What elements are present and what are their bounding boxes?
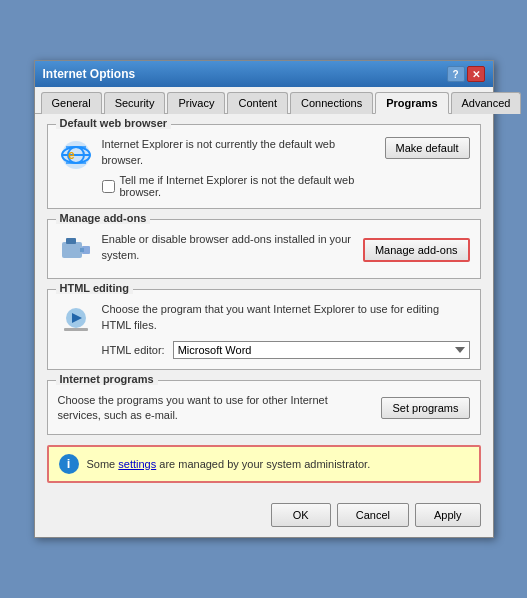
manage-addons-title: Manage add-ons	[56, 212, 151, 224]
info-text-before: Some	[87, 458, 119, 470]
tab-content[interactable]: Content	[227, 92, 288, 114]
title-controls: ? ✕	[447, 66, 485, 82]
settings-link[interactable]: settings	[118, 458, 156, 470]
ie-browser-icon: e	[58, 137, 94, 173]
help-button[interactable]: ?	[447, 66, 465, 82]
addons-icon	[58, 232, 94, 268]
svg-rect-13	[64, 328, 88, 331]
default-browser-title: Default web browser	[56, 117, 172, 129]
default-browser-text-area: Internet Explorer is not currently the d…	[102, 137, 377, 198]
info-icon: i	[59, 454, 79, 474]
svg-rect-7	[62, 242, 82, 258]
svg-text:e: e	[68, 148, 75, 162]
title-bar: Internet Options ? ✕	[35, 61, 493, 87]
cancel-button[interactable]: Cancel	[337, 503, 409, 527]
tab-content-area: Default web browser e Internet Explorer …	[35, 114, 493, 498]
internet-programs-title: Internet programs	[56, 373, 158, 385]
default-browser-checkbox[interactable]	[102, 180, 115, 193]
default-browser-section: Default web browser e Internet Explorer …	[47, 124, 481, 209]
tab-connections[interactable]: Connections	[290, 92, 373, 114]
tab-privacy[interactable]: Privacy	[167, 92, 225, 114]
tab-programs[interactable]: Programs	[375, 92, 448, 114]
manage-addons-inner: Enable or disable browser add-ons instal…	[58, 232, 470, 268]
set-programs-button[interactable]: Set programs	[381, 397, 469, 419]
tab-advanced[interactable]: Advanced	[451, 92, 522, 114]
default-browser-inner: e Internet Explorer is not currently the…	[58, 137, 470, 198]
html-editing-content: Choose the program that you want Interne…	[102, 302, 470, 359]
apply-button[interactable]: Apply	[415, 503, 481, 527]
bottom-buttons: OK Cancel Apply	[35, 499, 493, 537]
default-browser-checkbox-row: Tell me if Internet Explorer is not the …	[102, 174, 377, 198]
internet-options-dialog: Internet Options ? ✕ General Security Pr…	[34, 60, 494, 537]
close-button[interactable]: ✕	[467, 66, 485, 82]
manage-addons-section: Manage add-ons Enable or disable browser…	[47, 219, 481, 279]
tab-general[interactable]: General	[41, 92, 102, 114]
info-text-after: are managed by your system administrator…	[156, 458, 370, 470]
info-text: Some settings are managed by your system…	[87, 458, 371, 470]
internet-programs-section: Internet programs Choose the programs yo…	[47, 380, 481, 435]
html-editor-select[interactable]: Microsoft Word Notepad	[173, 341, 470, 359]
ok-button[interactable]: OK	[271, 503, 331, 527]
window-title: Internet Options	[43, 67, 136, 81]
default-browser-text: Internet Explorer is not currently the d…	[102, 137, 377, 168]
manage-addons-text: Enable or disable browser add-ons instal…	[102, 232, 355, 263]
tabs-bar: General Security Privacy Content Connect…	[35, 87, 493, 114]
svg-rect-10	[80, 248, 84, 252]
internet-programs-text: Choose the programs you want to use for …	[58, 393, 374, 424]
html-editor-label: HTML editor:	[102, 344, 165, 356]
html-editing-text: Choose the program that you want Interne…	[102, 302, 470, 333]
html-editing-title: HTML editing	[56, 282, 133, 294]
info-bar: i Some settings are managed by your syst…	[47, 445, 481, 483]
html-editing-section: HTML editing Choose the program that you…	[47, 289, 481, 370]
make-default-button[interactable]: Make default	[385, 137, 470, 159]
internet-programs-inner: Choose the programs you want to use for …	[58, 393, 470, 424]
tab-security[interactable]: Security	[104, 92, 166, 114]
manage-addons-button[interactable]: Manage add-ons	[363, 238, 470, 262]
html-editor-icon	[58, 302, 94, 338]
default-browser-checkbox-label: Tell me if Internet Explorer is not the …	[120, 174, 377, 198]
html-editing-inner: Choose the program that you want Interne…	[58, 302, 470, 359]
svg-rect-8	[66, 238, 76, 244]
html-editor-row: HTML editor: Microsoft Word Notepad	[102, 341, 470, 359]
